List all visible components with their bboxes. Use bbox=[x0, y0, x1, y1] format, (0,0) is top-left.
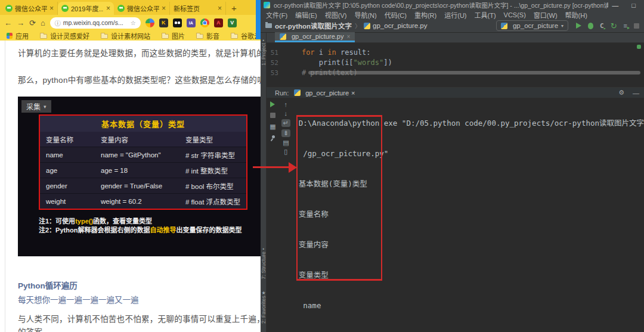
home-icon[interactable]: ⌂ bbox=[41, 19, 45, 27]
soft-wrap-icon[interactable]: ↵ bbox=[281, 119, 290, 127]
stop-button[interactable] bbox=[270, 113, 275, 118]
bookmark-star-icon[interactable]: ☆ bbox=[131, 20, 136, 26]
menu-view[interactable]: 视图(V) bbox=[325, 10, 347, 20]
address-bar[interactable]: ⓘ mp.weixin.qq.com/s... ☆ bbox=[50, 17, 141, 29]
table-cell: gender = True/False bbox=[98, 182, 183, 190]
down-stack-trace-icon[interactable]: ↓ bbox=[284, 110, 288, 117]
horizontal-scrollbar[interactable] bbox=[308, 71, 640, 75]
table-title: 基本数据（变量）类型 bbox=[40, 116, 246, 132]
tab-close-icon[interactable]: × bbox=[351, 89, 355, 97]
editor-tab-active[interactable]: gp_ocr_picture.py × bbox=[275, 32, 355, 42]
tab-close-icon[interactable]: × bbox=[346, 33, 350, 40]
browser-tab-newtab[interactable]: 新标签页 × bbox=[170, 2, 226, 15]
maximize-icon[interactable]: □ bbox=[631, 2, 636, 9]
menu-vcs[interactable]: VCS(S) bbox=[504, 11, 526, 18]
code-text: print(i["words"]) bbox=[284, 58, 392, 68]
menu-code[interactable]: 代码(C) bbox=[385, 10, 407, 20]
ia-extension-icon[interactable]: IA bbox=[187, 18, 196, 27]
bookmark-folder-1[interactable]: 设计灵感爱好 bbox=[40, 31, 89, 41]
bookmark-apps[interactable]: 应用 bbox=[7, 31, 29, 41]
bookmark-folder-4[interactable]: 影音 bbox=[196, 31, 219, 41]
window-edge-strip bbox=[256, 0, 261, 39]
gear-icon[interactable]: ⚙ bbox=[618, 89, 624, 97]
profiler-button[interactable]: ↻ bbox=[611, 22, 617, 30]
table-row: name name = "GitPython" # str 字符串类型 bbox=[40, 147, 246, 162]
tool-button-favorites[interactable]: ★ 2: Favorites bbox=[261, 290, 267, 324]
bookmark-folder-3[interactable]: 图片 bbox=[162, 31, 185, 41]
table-header-cell: 变量名称 bbox=[40, 135, 98, 144]
clear-console-icon[interactable]: ▯ bbox=[284, 148, 287, 155]
pin-tab-icon[interactable] bbox=[270, 135, 275, 142]
rerun-button[interactable] bbox=[270, 101, 275, 107]
site-info-icon[interactable]: ⓘ bbox=[55, 18, 61, 27]
annotation-red-arrow bbox=[253, 166, 290, 168]
run-with-options-button[interactable]: ≡ bbox=[624, 23, 627, 29]
run-tab-label: gp_ocr_picture bbox=[305, 89, 349, 97]
hide-icon[interactable]: — bbox=[633, 89, 639, 97]
structure-icon: ▪ bbox=[263, 246, 265, 252]
reload-icon[interactable]: ⟳ bbox=[29, 19, 36, 27]
note-text: 注2：Python解释器会根据右侧的数据 bbox=[39, 226, 150, 234]
run-tab[interactable]: gp_ocr_picture × bbox=[294, 89, 355, 97]
table-cell: age bbox=[40, 167, 98, 174]
browser-window: 微信公众平台 × 2019年度… × 微信公众平台 × 新标签页 × + ← →… bbox=[0, 0, 261, 332]
tab-close-icon[interactable]: × bbox=[218, 4, 222, 13]
window-title: ocr-python读取图片文字 [D:\05.python code\00.p… bbox=[274, 1, 608, 10]
browser-tab-active[interactable]: 2019年度… × bbox=[58, 2, 114, 15]
folder-icon bbox=[231, 34, 238, 39]
acrobat-extension-icon[interactable]: A bbox=[214, 18, 223, 27]
breadcrumb-file[interactable]: gp_ocr_picture.py bbox=[373, 22, 427, 29]
menu-edit[interactable]: 编辑(E) bbox=[295, 10, 317, 20]
up-stack-trace-icon[interactable]: ↑ bbox=[284, 101, 288, 108]
new-tab-button[interactable]: + bbox=[231, 3, 237, 13]
pinwheel-extension-icon[interactable] bbox=[145, 18, 154, 27]
back-icon[interactable]: ← bbox=[4, 19, 12, 27]
menu-help[interactable]: 帮助(H) bbox=[565, 10, 587, 20]
code-editor[interactable]: 51 for i in result: 52 print(i["words"])… bbox=[267, 43, 644, 87]
url-text[interactable]: mp.weixin.qq.com/s... bbox=[63, 19, 128, 26]
note-highlight: type() bbox=[75, 218, 93, 225]
run-configuration-select[interactable]: gp_ocr_picture ▾ bbox=[496, 20, 568, 31]
print-icon[interactable]: ▤ bbox=[283, 139, 289, 146]
debug-button[interactable] bbox=[588, 23, 593, 29]
article-page: 计算机的主要任务就是处理数据，而这些数据的类型，就是计算机的语言类型， 那么，p… bbox=[0, 41, 261, 332]
tab-close-icon[interactable]: × bbox=[162, 4, 166, 13]
page-edge-line bbox=[5, 41, 5, 332]
chrome-extension-icon[interactable] bbox=[200, 18, 209, 27]
scroll-to-end-icon[interactable]: ⇟ bbox=[281, 129, 290, 137]
browser-tab-wechat-2[interactable]: 微信公众平台 × bbox=[114, 2, 170, 15]
restore-layout-icon[interactable]: ▦ bbox=[270, 123, 275, 130]
table-header-row: 变量名称 变量内容 变量类型 bbox=[40, 132, 246, 147]
forward-icon[interactable]: → bbox=[17, 19, 24, 27]
menu-file[interactable]: 文件(F) bbox=[266, 10, 287, 20]
menu-refactor[interactable]: 重构(R) bbox=[414, 10, 436, 20]
run-button[interactable] bbox=[576, 23, 581, 29]
v-extension-icon[interactable]: V bbox=[228, 18, 237, 27]
table-cell: # float 浮点数类型 bbox=[183, 197, 246, 206]
coverage-button[interactable]: C bbox=[600, 22, 604, 30]
bookmark-folder-2[interactable]: 设计素材网站 bbox=[101, 31, 150, 41]
toolbar-actions: C ↻ ≡ bbox=[576, 22, 639, 30]
table-row: weight weight = 60.2 # float 浮点数类型 bbox=[40, 193, 246, 209]
k-extension-icon[interactable]: K bbox=[159, 18, 168, 27]
menu-navigate[interactable]: 导航(N) bbox=[354, 10, 376, 20]
article-link-subtitle[interactable]: 每天想你一遍一遍一遍一遍又一遍 bbox=[18, 293, 139, 305]
capture-button[interactable]: 采集 ▾ bbox=[21, 100, 51, 113]
tool-button-project[interactable]: ▪ 1: Project bbox=[261, 38, 267, 66]
run-configuration-label: gp_ocr_picture bbox=[513, 22, 558, 29]
tool-button-structure[interactable]: ▪ 7: Structure bbox=[261, 246, 267, 280]
table-header-cell: 变量类型 bbox=[183, 135, 246, 144]
menu-run[interactable]: 运行(U) bbox=[444, 10, 466, 20]
tab-close-icon[interactable]: × bbox=[106, 4, 110, 13]
panda-extension-icon[interactable] bbox=[173, 18, 182, 27]
tab-close-icon[interactable]: × bbox=[49, 4, 54, 13]
menu-tools[interactable]: 工具(T) bbox=[475, 10, 496, 20]
browser-tab-wechat-1[interactable]: 微信公众平台 × bbox=[2, 2, 58, 15]
menu-window[interactable]: 窗口(W) bbox=[534, 10, 558, 20]
breadcrumb-project[interactable]: ocr-python读取图片文字 bbox=[275, 21, 352, 30]
article-link-title[interactable]: Python循环遍历 bbox=[18, 279, 78, 291]
editor-tab-bar: gp_ocr_picture.py × bbox=[267, 33, 644, 43]
stop-button-disabled bbox=[634, 23, 639, 29]
minimize-icon[interactable]: — bbox=[612, 2, 618, 9]
console-line: name bbox=[299, 300, 644, 311]
